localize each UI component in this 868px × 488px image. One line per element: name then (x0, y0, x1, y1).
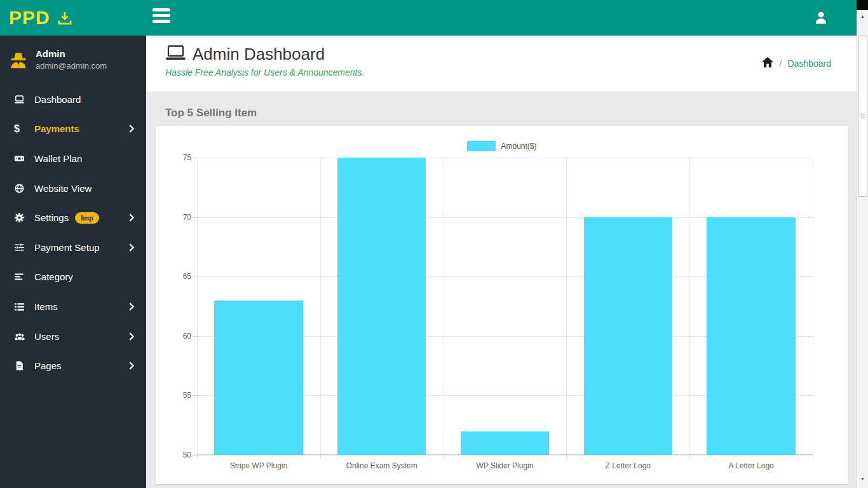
scroll-down-button[interactable]: ▼ (857, 473, 868, 484)
file-icon (14, 360, 31, 371)
scrollbar-thumb[interactable] (858, 36, 867, 197)
chart-bar (337, 158, 426, 455)
x-gridline (197, 158, 198, 455)
chevron-right-icon (129, 302, 135, 311)
chart-bar (461, 431, 550, 455)
section-title: Top 5 Selling Item (165, 107, 257, 119)
page-header: Admin Dashboard Hassle Free Analysis for… (146, 36, 857, 92)
chart-area: Amount($) 757065605550Stripe WP PluginOn… (156, 126, 848, 484)
main-content: Top 5 Selling Item Amount($) 75706560555… (146, 92, 857, 488)
globe-icon (14, 183, 31, 194)
chart-bar (707, 217, 796, 455)
breadcrumb: / Dashboard (761, 36, 831, 92)
y-tick-mark (193, 276, 197, 277)
sidebar-item-dashboard[interactable]: Dashboard (0, 85, 146, 114)
scroll-up-icon: ▲ (860, 14, 865, 18)
hamburger-menu-icon[interactable] (153, 8, 170, 27)
user-meta: Admin admin@admin.com (36, 48, 107, 71)
sidebar-item-payment-setup[interactable]: Payment Setup (0, 233, 146, 262)
imp-badge: Imp (75, 212, 99, 224)
legend-label: Amount($) (501, 142, 536, 151)
x-tick-mark (444, 455, 444, 459)
legend-swatch (467, 141, 496, 151)
chart-plot[interactable]: 757065605550Stripe WP PluginOnline Exam … (197, 158, 813, 455)
topbar (146, 0, 857, 36)
download-icon (57, 10, 73, 26)
sidebar-item-category[interactable]: Category (0, 262, 146, 292)
x-gridline (566, 158, 567, 455)
money-bill-icon (14, 153, 31, 164)
chart-legend[interactable]: Amount($) (156, 141, 848, 151)
x-tick-label: Online Exam System (320, 461, 444, 470)
sidebar-menu: Dashboard $ Payments Wallet Plan Website… (0, 85, 146, 381)
y-tick-mark (193, 455, 197, 456)
home-icon[interactable] (761, 57, 774, 71)
x-tick-mark (813, 455, 813, 459)
y-tick-label: 65 (168, 272, 191, 281)
sidebar-item-website-view[interactable]: Website View (0, 173, 146, 203)
x-tick-label: WP Slider Plugin (444, 461, 567, 470)
align-left-icon (14, 271, 31, 282)
y-tick-mark (193, 336, 197, 337)
x-tick-label: Z Letter Logo (566, 461, 689, 470)
y-tick-label: 55 (168, 391, 191, 400)
sidebar-item-payments[interactable]: $ Payments (0, 114, 146, 144)
x-tick-mark (320, 455, 321, 459)
sidebar: PPD Admin admin@admin.com Dashboard (0, 0, 146, 488)
list-icon (14, 301, 31, 312)
x-tick-mark (197, 455, 198, 459)
page-title: Admin Dashboard (193, 44, 325, 64)
logo-text: PPD (9, 7, 50, 29)
y-tick-label: 70 (168, 213, 191, 222)
x-gridline (320, 158, 321, 455)
x-gridline (813, 158, 813, 455)
sidebar-item-users[interactable]: Users (0, 322, 146, 351)
y-tick-mark (193, 395, 197, 396)
y-gridline (197, 455, 813, 456)
y-tick-label: 75 (168, 153, 191, 162)
y-tick-label: 60 (168, 332, 191, 341)
laptop-icon (165, 44, 186, 64)
scrollbar-grip (860, 114, 865, 119)
y-tick-label: 50 (168, 451, 191, 459)
gear-icon (14, 212, 31, 223)
sidebar-item-pages[interactable]: Pages (0, 351, 146, 381)
chart-card: Amount($) 757065605550Stripe WP PluginOn… (156, 126, 848, 484)
chevron-right-icon (129, 362, 135, 370)
x-tick-mark (689, 455, 690, 459)
users-icon (14, 331, 31, 342)
chevron-right-icon (129, 243, 135, 252)
user-email: admin@admin.com (36, 61, 107, 71)
user-secret-icon (8, 50, 29, 70)
breadcrumb-separator: / (780, 58, 782, 69)
chevron-right-icon (129, 214, 135, 222)
x-gridline (689, 158, 690, 455)
breadcrumb-dashboard-link[interactable]: Dashboard (788, 58, 832, 69)
x-tick-mark (566, 455, 567, 459)
app-logo[interactable]: PPD (0, 0, 146, 36)
y-tick-mark (193, 158, 197, 158)
sliders-icon (14, 242, 31, 253)
chevron-right-icon (129, 125, 135, 133)
y-tick-mark (193, 217, 197, 218)
chart-bar (214, 301, 303, 455)
page-subtitle: Hassle Free Analysis for Users & Announc… (165, 67, 364, 78)
x-tick-label: A Letter Logo (689, 461, 813, 470)
dollar-icon: $ (14, 123, 31, 135)
sidebar-item-settings[interactable]: Settings Imp (0, 203, 146, 233)
laptop-icon (14, 94, 31, 105)
x-gridline (444, 158, 444, 455)
scrollbar[interactable]: ▲ ▼ (857, 0, 868, 488)
scroll-down-icon: ▼ (860, 477, 865, 481)
sidebar-item-items[interactable]: Items (0, 292, 146, 322)
window-edge (857, 0, 868, 10)
x-tick-label: Stripe WP Plugin (197, 461, 320, 470)
chart-bar (584, 217, 673, 455)
user-avatar-icon[interactable] (813, 10, 829, 25)
scroll-up-button[interactable]: ▲ (857, 10, 868, 22)
chevron-right-icon (129, 332, 135, 341)
user-name: Admin (36, 48, 107, 59)
sidebar-item-wallet-plan[interactable]: Wallet Plan (0, 144, 146, 173)
user-profile[interactable]: Admin admin@admin.com (0, 36, 146, 85)
y-gridline (197, 158, 813, 158)
